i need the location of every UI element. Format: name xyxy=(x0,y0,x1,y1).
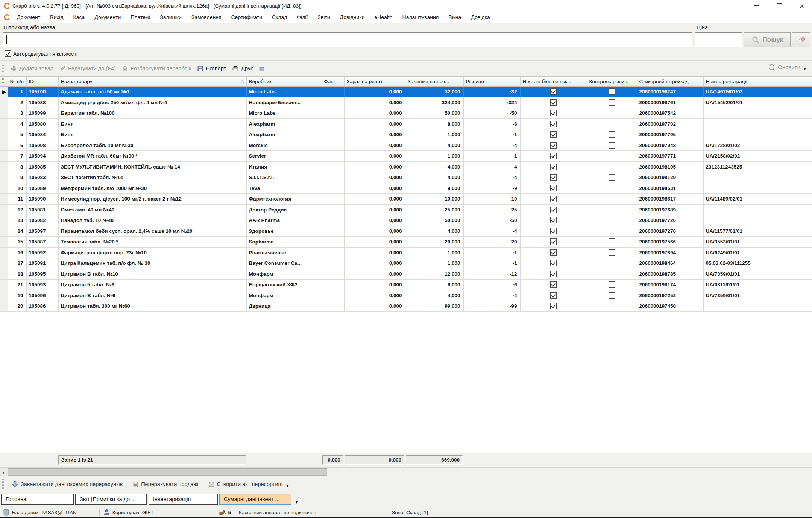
cell-shortage[interactable] xyxy=(520,237,587,248)
menu-item-документ[interactable]: Документ xyxy=(12,12,45,22)
control-checkbox[interactable] xyxy=(609,228,615,234)
shortage-checkbox[interactable] xyxy=(550,110,557,116)
cell-shortage[interactable] xyxy=(520,140,587,151)
column-header-start[interactable]: Залишки на поч... xyxy=(405,77,463,87)
control-checkbox[interactable] xyxy=(609,249,615,256)
cell-control[interactable] xyxy=(587,301,637,312)
cell-shortage[interactable] xyxy=(520,269,587,280)
tab-1[interactable]: Головна xyxy=(1,494,74,505)
control-checkbox[interactable] xyxy=(609,260,615,266)
control-checkbox[interactable] xyxy=(609,131,615,138)
cell-shortage[interactable] xyxy=(520,129,587,140)
minimize-button[interactable] xyxy=(752,1,762,11)
scrollbar-thumb[interactable] xyxy=(8,468,327,476)
menu-item-вікна[interactable]: Вікна xyxy=(443,12,466,22)
cell-control[interactable] xyxy=(587,290,637,301)
maximize-button[interactable] xyxy=(774,1,784,11)
shortage-checkbox[interactable] xyxy=(550,271,557,277)
table-row[interactable]: 9105083ЗЕСТ позитив табл. №14S.l.l.T.S.r… xyxy=(0,172,812,183)
control-checkbox[interactable] xyxy=(609,185,615,191)
cell-control[interactable] xyxy=(587,172,637,183)
cell-shortage[interactable] xyxy=(520,172,587,183)
control-checkbox[interactable] xyxy=(609,110,615,116)
control-checkbox[interactable] xyxy=(609,196,615,202)
control-checkbox[interactable] xyxy=(609,207,615,213)
cell-shortage[interactable] xyxy=(520,183,587,194)
table-row[interactable]: 19105096Цитрамон В табл. №6Монфарм0,0004… xyxy=(0,290,812,301)
control-checkbox[interactable] xyxy=(609,88,615,95)
column-header-manufacturer[interactable]: Виробник xyxy=(246,77,322,87)
bottom-toolbar-button-box[interactable]: Створити акт пересортиці▼ xyxy=(205,479,293,489)
toolbar-button-plus[interactable]: Додати товар xyxy=(8,64,56,73)
cell-shortage[interactable] xyxy=(520,118,587,129)
column-header-control[interactable]: Контроль різниці xyxy=(587,77,637,87)
menu-item-налаштування[interactable]: Налаштування xyxy=(398,12,444,22)
column-header-num[interactable]: № п/п xyxy=(8,77,26,87)
cell-shortage[interactable] xyxy=(520,247,587,258)
shortage-checkbox[interactable] xyxy=(550,207,557,213)
cell-shortage[interactable] xyxy=(520,258,587,269)
clear-button[interactable] xyxy=(792,32,810,47)
shortage-checkbox[interactable] xyxy=(550,153,557,159)
scroll-left-button[interactable]: ‹ xyxy=(0,468,8,476)
price-input[interactable] xyxy=(695,32,742,47)
cell-shortage[interactable] xyxy=(520,226,587,237)
shortage-checkbox[interactable] xyxy=(550,238,557,245)
cell-control[interactable] xyxy=(587,129,637,140)
column-header-id[interactable]: ID xyxy=(26,77,58,87)
control-checkbox[interactable] xyxy=(609,164,615,170)
cell-control[interactable] xyxy=(587,118,637,129)
table-row[interactable]: 15105087Темпалгин табл. №20 *Sopharma0,0… xyxy=(0,237,812,248)
cell-control[interactable] xyxy=(587,226,637,237)
table-row[interactable]: 2105088Амикацид р-р д/ин. 250 мг/мл фл. … xyxy=(0,97,812,108)
toolbar-grip[interactable] xyxy=(2,64,4,73)
column-header-reg[interactable]: Номер регістрації xyxy=(703,77,812,87)
control-checkbox[interactable] xyxy=(609,217,615,223)
cell-shortage[interactable] xyxy=(520,280,587,290)
search-button[interactable]: Пошук xyxy=(744,32,791,47)
table-row[interactable]: 16105092Фармацитрон форте пор. 23г №10Ph… xyxy=(0,247,812,258)
table-row[interactable]: 20105086Цитрамон табл. 300 мг №60Дарница… xyxy=(0,301,812,312)
cell-control[interactable] xyxy=(587,194,637,205)
table-row[interactable]: 13105082Панадол таб. 10 №40AAR Pharma0,0… xyxy=(0,215,812,226)
menu-item-ehealth[interactable]: eHealth xyxy=(369,12,397,22)
table-row[interactable]: 11105090Нимесулид пор. д/сусп. 100 мг/2 … xyxy=(0,194,812,205)
column-header-diff[interactable]: Різниця xyxy=(463,77,520,87)
shortage-checkbox[interactable] xyxy=(550,281,557,288)
shortage-checkbox[interactable] xyxy=(550,249,557,256)
shortage-checkbox[interactable] xyxy=(550,131,557,138)
table-row[interactable]: 8105085ЗЕСТ МУЛЬТИВИТАМИН. КОКТЕЙЛЬ саше… xyxy=(0,161,812,172)
table-row[interactable]: 3105099Баралгин табл. №100Micro Labs0,00… xyxy=(0,108,812,119)
tab-3[interactable]: Інвентаризація xyxy=(149,494,218,505)
control-checkbox[interactable] xyxy=(609,121,615,127)
shortage-checkbox[interactable] xyxy=(550,174,557,181)
cell-control[interactable] xyxy=(587,269,637,280)
bottom-toolbar-button-download[interactable]: Завантажити дані окремих перерахунків xyxy=(8,479,126,489)
bottom-toolbar-grip[interactable] xyxy=(2,479,4,489)
column-header-name[interactable]: Назва товару△ xyxy=(58,77,246,87)
refresh-dropdown-icon[interactable]: ▼ xyxy=(803,67,807,71)
tab-2[interactable]: Звіт [Помилки за до ... xyxy=(75,494,147,505)
cell-shortage[interactable] xyxy=(520,301,587,312)
control-checkbox[interactable] xyxy=(609,303,615,309)
menu-item-замовлення[interactable]: Замовлення xyxy=(187,12,226,22)
shortage-checkbox[interactable] xyxy=(550,303,557,309)
table-row[interactable]: 12105081Омез амп. 40 мл №40Доктор Реддис… xyxy=(0,204,812,215)
cell-shortage[interactable] xyxy=(520,290,587,301)
shortage-checkbox[interactable] xyxy=(550,260,557,266)
cell-shortage[interactable] xyxy=(520,194,587,205)
cell-control[interactable] xyxy=(587,237,637,248)
column-header-shortage[interactable]: Нестачі більше ніж ... xyxy=(520,77,587,87)
shortage-checkbox[interactable] xyxy=(550,99,557,106)
table-row[interactable]: 14105097Парацетамол беби сусп. орал. 2,4… xyxy=(0,226,812,237)
cell-control[interactable] xyxy=(587,204,637,215)
shortage-checkbox[interactable] xyxy=(550,185,557,191)
column-header-now[interactable]: Зараз на решті xyxy=(344,77,405,87)
close-button[interactable]: × xyxy=(797,1,807,11)
column-header-fact[interactable]: Факт xyxy=(322,77,344,87)
table-row[interactable]: 5105084БинтAlexpharm0,0001,000-120600001… xyxy=(0,129,812,140)
column-header-marker[interactable] xyxy=(0,77,8,87)
toolbar-button-lock[interactable]: Розблокувати переоблік xyxy=(119,64,194,73)
cell-control[interactable] xyxy=(587,183,637,194)
control-checkbox[interactable] xyxy=(609,292,615,299)
